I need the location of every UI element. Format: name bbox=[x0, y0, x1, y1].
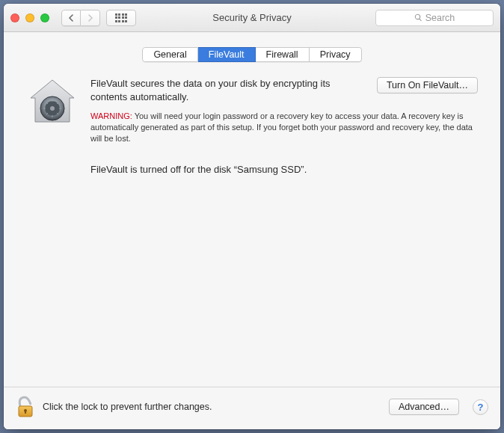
search-icon bbox=[414, 13, 422, 22]
close-window-button[interactable] bbox=[10, 13, 19, 22]
chevron-right-icon bbox=[87, 14, 93, 22]
titlebar: Security & Privacy Search bbox=[4, 4, 500, 32]
filevault-description: FileVault secures the data on your disk … bbox=[90, 77, 365, 103]
filevault-icon bbox=[26, 77, 79, 129]
warning-label: WARNING: bbox=[90, 111, 132, 120]
tab-firewall[interactable]: Firewall bbox=[256, 47, 310, 62]
lock-hint-text: Click the lock to prevent further change… bbox=[43, 402, 381, 412]
warning-text: You will need your login password or a r… bbox=[90, 111, 473, 143]
window-controls bbox=[10, 13, 49, 22]
grid-icon bbox=[115, 13, 128, 22]
turn-on-filevault-button[interactable]: Turn On FileVault… bbox=[377, 77, 478, 93]
question-mark-icon: ? bbox=[478, 402, 484, 413]
forward-button[interactable] bbox=[81, 10, 100, 26]
lock-icon[interactable] bbox=[16, 395, 35, 419]
footer: Click the lock to prevent further change… bbox=[4, 387, 500, 429]
show-all-button[interactable] bbox=[106, 10, 136, 26]
content-area: General FileVault Firewall Privacy bbox=[4, 32, 500, 429]
chevron-left-icon bbox=[68, 14, 74, 22]
help-button[interactable]: ? bbox=[473, 399, 488, 415]
search-placeholder: Search bbox=[425, 13, 455, 23]
advanced-button[interactable]: Advanced… bbox=[389, 399, 459, 415]
minimize-window-button[interactable] bbox=[25, 13, 34, 22]
tab-privacy[interactable]: Privacy bbox=[310, 47, 362, 62]
tab-general[interactable]: General bbox=[142, 47, 197, 62]
svg-point-2 bbox=[50, 106, 55, 111]
svg-rect-13 bbox=[25, 411, 26, 414]
filevault-warning: WARNING: You will need your login passwo… bbox=[90, 111, 478, 144]
tab-bar: General FileVault Firewall Privacy bbox=[142, 47, 361, 62]
filevault-status: FileVault is turned off for the disk “Sa… bbox=[90, 164, 478, 175]
filevault-pane: FileVault secures the data on your disk … bbox=[4, 62, 500, 387]
filevault-body: FileVault secures the data on your disk … bbox=[90, 77, 478, 387]
zoom-window-button[interactable] bbox=[40, 13, 49, 22]
preferences-window: Security & Privacy Search General FileVa… bbox=[4, 4, 500, 429]
nav-back-forward bbox=[61, 10, 100, 26]
tab-filevault[interactable]: FileVault bbox=[198, 47, 256, 62]
search-input[interactable]: Search bbox=[375, 10, 494, 26]
back-button[interactable] bbox=[61, 10, 81, 26]
